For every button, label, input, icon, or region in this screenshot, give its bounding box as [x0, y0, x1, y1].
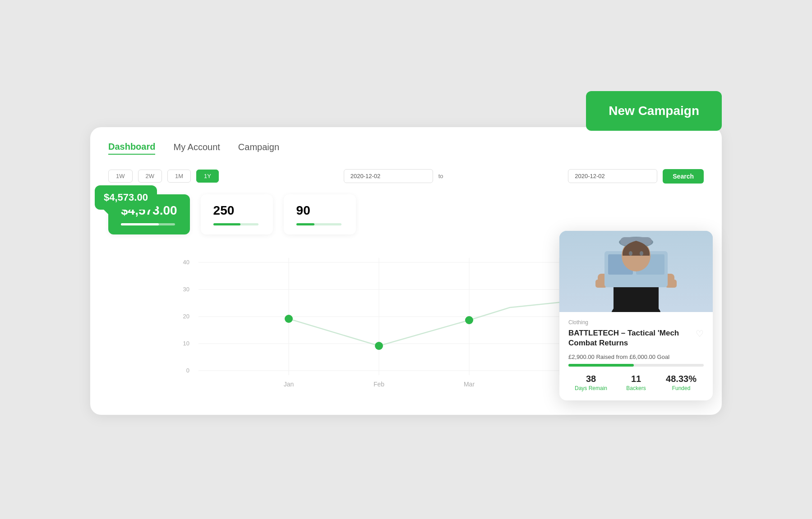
heart-icon[interactable]: ♡ [696, 328, 704, 339]
campaign-image [559, 231, 713, 312]
progress-bar-bg [568, 364, 704, 367]
svg-point-24 [640, 251, 643, 256]
date-to-input[interactable] [568, 169, 657, 183]
date-from-input[interactable] [344, 169, 433, 183]
backers-value: 11 [614, 374, 659, 384]
stat-days-remain: 38 Days Remain [568, 374, 614, 391]
days-remain-value: 38 [568, 374, 614, 384]
campaign-category: Clothing [568, 319, 704, 326]
campaign-card: Clothing BATTLETECH – Tactical 'Mech Com… [559, 231, 713, 400]
x-label-feb: Feb [374, 381, 384, 388]
campaign-illustration [559, 231, 713, 312]
campaign-stats-grid: 38 Days Remain 11 Backers 48.33% Funded [568, 374, 704, 391]
stat-funded: 48.33% Funded [659, 374, 704, 391]
to-label: to [438, 173, 443, 179]
chart-dot-mar [465, 316, 473, 324]
stats-row: $4,573.00 $4,573.00 250 90 [108, 194, 704, 234]
stat-backers: 11 Backers [614, 374, 659, 391]
x-label-jan: Jan [284, 381, 294, 388]
chart-dot-feb [375, 342, 383, 350]
funded-value: 48.33% [659, 374, 704, 384]
filter-1w[interactable]: 1W [108, 170, 133, 183]
nav-my-account[interactable]: My Account [173, 142, 220, 154]
filter-bar: 1W 2W 1M 1Y to Search [108, 169, 704, 184]
search-button[interactable]: Search [663, 169, 704, 184]
stat-card-90: 90 [284, 194, 356, 234]
y-label-30: 30 [183, 286, 189, 293]
nav-dashboard[interactable]: Dashboard [108, 142, 155, 155]
nav-campaign[interactable]: Campaign [238, 142, 279, 154]
x-label-mar: Mar [464, 381, 475, 388]
svg-point-23 [629, 251, 632, 256]
filter-1m[interactable]: 1M [167, 170, 191, 183]
y-label-20: 20 [183, 313, 189, 320]
campaign-body: Clothing BATTLETECH – Tactical 'Mech Com… [559, 312, 713, 400]
y-label-0: 0 [186, 367, 189, 374]
stat-value-90: 90 [296, 203, 343, 218]
campaign-title-row: BATTLETECH – Tactical 'Mech Combat Retur… [568, 328, 704, 348]
funded-label: Funded [659, 385, 704, 391]
stat-card-250: 250 [201, 194, 273, 234]
new-campaign-button[interactable]: New Campaign [586, 91, 722, 131]
campaign-title: BATTLETECH – Tactical 'Mech Combat Retur… [568, 328, 692, 348]
main-dashboard-card: Dashboard My Account Campaign 1W 2W 1M 1… [90, 127, 722, 415]
filter-2w[interactable]: 2W [138, 170, 162, 183]
progress-bar-fill [568, 364, 634, 367]
chart-dot-jan [285, 315, 293, 323]
tooltip-bubble: $4,573.00 [95, 185, 157, 210]
days-remain-label: Days Remain [568, 385, 614, 391]
backers-label: Backers [614, 385, 659, 391]
y-label-10: 10 [183, 340, 189, 347]
filter-1y[interactable]: 1Y [196, 170, 219, 183]
y-label-40: 40 [183, 259, 189, 266]
funding-text: £2,900.00 Raised from £6,000.00 Goal [568, 354, 704, 360]
stat-value-250: 250 [213, 203, 260, 218]
main-nav: Dashboard My Account Campaign [108, 142, 704, 155]
